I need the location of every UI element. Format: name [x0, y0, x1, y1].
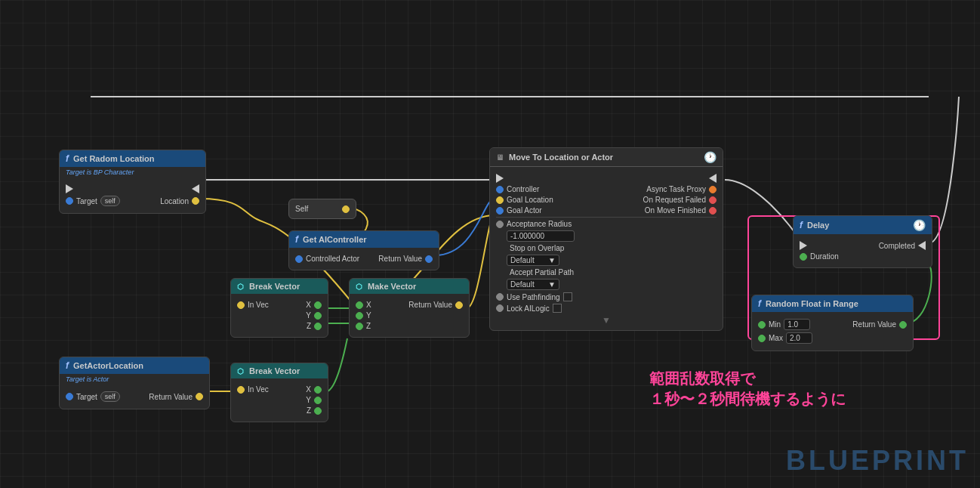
get-ai-controller-header: f Get AIController — [289, 231, 439, 248]
get-ai-controller-node: f Get AIController Controlled Actor Retu… — [288, 230, 439, 270]
controlled-actor-label: Controlled Actor — [306, 255, 359, 263]
z-label-2: Z — [307, 406, 311, 415]
exec-in-pin — [66, 184, 73, 193]
acceptance-radius-input[interactable]: -1.000000 — [507, 230, 575, 242]
function-icon-delay: f — [800, 220, 803, 230]
break-vector-1-header: ⬡ Break Vector — [231, 279, 328, 294]
exec-in-delay — [800, 241, 807, 250]
stop-on-overlap-value: Default — [510, 256, 535, 264]
lock-ai-pin — [496, 304, 504, 312]
y-pin — [314, 312, 322, 320]
z-in-pin — [356, 323, 363, 330]
move-to-location-node: 🖥 Move To Location or Actor 🕐 Controller… — [489, 147, 723, 331]
make-vector-header: ⬡ Make Vector — [350, 279, 469, 294]
random-float-title: Random Float in Range — [766, 299, 858, 308]
in-vec-label-2: In Vec — [248, 385, 269, 394]
on-move-pin — [709, 207, 717, 215]
in-vec-label: In Vec — [248, 301, 269, 309]
break-vector-1-title: Break Vector — [249, 282, 300, 291]
annotation-line2: １秒〜２秒間待機するように — [649, 389, 846, 409]
blueprint-watermark: BLUEPRINT — [786, 445, 969, 477]
return-value-label-2: Return Value — [378, 255, 422, 263]
acceptance-radius-label: Acceptance Radius — [507, 220, 572, 228]
stop-on-overlap-dropdown[interactable]: Default ▼ — [507, 255, 559, 266]
max-label: Max — [769, 334, 783, 342]
make-vector-title: Make Vector — [368, 282, 416, 291]
max-input[interactable]: 2.0 — [786, 332, 812, 344]
delay-header: f Delay 🕐 — [794, 216, 932, 234]
y-label: Y — [306, 311, 311, 320]
random-float-header: f Random Float in Range — [752, 295, 913, 312]
z-label: Z — [307, 322, 311, 330]
exec-out-pin — [192, 184, 199, 193]
z-pin-2 — [314, 407, 322, 415]
make-icon: ⬡ — [356, 283, 362, 291]
return-value-label: Return Value — [149, 393, 193, 401]
x-pin-2 — [314, 386, 322, 394]
target-label: Target — [76, 197, 97, 205]
min-input[interactable]: 1.0 — [784, 319, 810, 330]
duration-label: Duration — [810, 252, 839, 261]
async-pin — [709, 186, 717, 193]
x-in-pin — [356, 301, 363, 309]
target-pin-2 — [66, 393, 73, 400]
y-in-label: Y — [366, 311, 371, 320]
break-icon-2: ⬡ — [237, 367, 244, 375]
dropdown-arrow-2: ▼ — [548, 280, 556, 289]
function-icon-2: f — [66, 360, 69, 371]
controlled-actor-pin — [295, 255, 303, 263]
get-actor-location-node: f GetActorLocation Target is Actor Targe… — [59, 357, 210, 409]
move-to-location-title: Move To Location or Actor — [509, 153, 613, 162]
y-pin-2 — [314, 397, 322, 404]
controller-pin — [496, 186, 504, 193]
exec-in-pin-move — [496, 174, 504, 183]
on-move-label: On Move Finished — [645, 206, 706, 215]
random-float-node: f Random Float in Range Min 1.0 Return V… — [751, 295, 914, 351]
exec-out-delay — [918, 241, 926, 250]
acceptance-radius-pin — [496, 221, 504, 228]
annotation-text: 範囲乱数取得で １秒〜２秒間待機するように — [649, 369, 846, 409]
monitor-icon: 🖥 — [496, 153, 504, 162]
accept-partial-dropdown[interactable]: Default ▼ — [507, 279, 559, 290]
goal-loc-pin — [496, 196, 504, 204]
return-value-pin-3 — [455, 301, 463, 309]
y-label-2: Y — [306, 396, 311, 404]
use-pathfinding-label: Use Pathfinding — [507, 293, 560, 301]
use-pathfinding-checkbox[interactable] — [563, 292, 572, 301]
in-vec-pin — [237, 301, 245, 309]
annotation-line1: 範囲乱数取得で — [649, 369, 846, 389]
duration-pin — [800, 253, 807, 261]
break-icon: ⬡ — [237, 283, 244, 291]
get-random-location-subtitle: Target is BP Character — [60, 167, 205, 178]
goal-actor-label: Goal Actor — [507, 206, 542, 215]
lock-ai-checkbox[interactable] — [553, 304, 562, 313]
move-to-location-header: 🖥 Move To Location or Actor 🕐 — [490, 148, 723, 167]
break-vector-2-header: ⬡ Break Vector — [231, 363, 328, 378]
max-pin — [758, 335, 766, 342]
accept-partial-value: Default — [510, 280, 535, 289]
x-label: X — [306, 301, 311, 309]
goal-actor-pin — [496, 207, 504, 215]
accept-partial-label: Accept Partial Path — [510, 268, 574, 276]
return-value-pin-2 — [425, 255, 433, 263]
exec-out-pin-move — [709, 174, 717, 183]
completed-label: Completed — [879, 242, 915, 250]
scroll-indicator: ▼ — [496, 315, 717, 326]
location-label: Location — [160, 197, 189, 205]
break-vector-1-node: ⬡ Break Vector In Vec X Y Z — [230, 278, 328, 338]
x-pin — [314, 301, 322, 309]
self-label: Self — [295, 205, 308, 213]
stop-on-overlap-label: Stop on Overlap — [510, 244, 564, 252]
function-icon-random: f — [758, 298, 761, 309]
y-in-pin — [356, 312, 363, 320]
self-node: Self — [288, 199, 356, 219]
get-random-location-title: Get Radom Location — [73, 154, 155, 163]
z-in-label: Z — [366, 322, 371, 330]
target-pin — [66, 197, 73, 205]
x-in-label: X — [366, 301, 371, 309]
delay-title: Delay — [807, 221, 829, 230]
dropdown-arrow: ▼ — [548, 256, 556, 264]
return-value-pin — [196, 393, 203, 400]
lock-ai-label: Lock AILogic — [507, 304, 550, 313]
return-value-pin-4 — [899, 321, 907, 329]
